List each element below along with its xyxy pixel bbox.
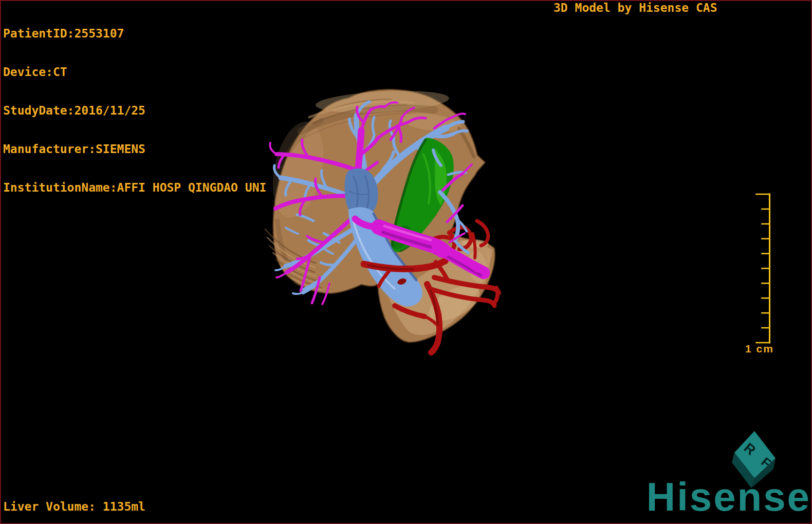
patient-id-line: PatientID:2553107	[3, 27, 266, 40]
watermark-title: 3D Model by Hisense CAS	[553, 2, 717, 14]
patient-info-overlay: PatientID:2553107 Device:CT StudyDate:20…	[3, 2, 266, 220]
liver-volume-readout: Liver Volume: 1135ml	[3, 500, 145, 513]
viewer-window: R F PatientID:2553107 Device:CT StudyDat…	[0, 0, 812, 524]
hisense-wordmark: Hisense	[647, 477, 811, 517]
study-date-line: StudyDate:2016/11/25	[3, 104, 266, 117]
scale-bar-label: 1 cm	[740, 342, 779, 355]
manufacturer-line: Manufacturer:SIEMENS	[3, 143, 266, 156]
device-line: Device:CT	[3, 66, 266, 79]
institution-line: InstitutionName:AFFI HOSP QINGDAO UNI	[3, 181, 266, 194]
liver-3d-model	[265, 88, 499, 352]
scale-bar	[756, 194, 770, 343]
